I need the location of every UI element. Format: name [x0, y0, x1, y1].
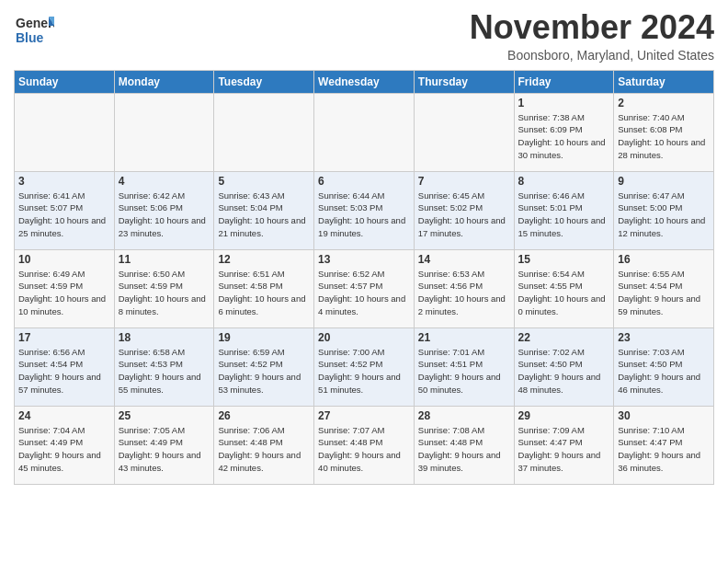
day-number: 21 — [418, 331, 510, 344]
table-row — [314, 93, 415, 171]
day-info: Sunrise: 6:44 AMSunset: 5:03 PMDaylight:… — [318, 190, 410, 240]
table-row: 18Sunrise: 6:58 AMSunset: 4:53 PMDayligh… — [114, 327, 214, 406]
day-info: Sunrise: 6:41 AMSunset: 5:07 PMDaylight:… — [18, 190, 110, 240]
table-row: 28Sunrise: 7:08 AMSunset: 4:48 PMDayligh… — [414, 406, 514, 484]
day-info: Sunrise: 6:59 AMSunset: 4:52 PMDaylight:… — [218, 346, 310, 396]
day-number: 26 — [218, 409, 310, 422]
day-number: 1 — [518, 97, 610, 109]
calendar-header-row: Sunday Monday Tuesday Wednesday Thursday… — [15, 70, 714, 93]
table-row: 1Sunrise: 7:38 AMSunset: 6:09 PMDaylight… — [514, 93, 614, 171]
table-row: 14Sunrise: 6:53 AMSunset: 4:56 PMDayligh… — [414, 249, 514, 327]
calendar-week-row: 24Sunrise: 7:04 AMSunset: 4:49 PMDayligh… — [15, 406, 714, 484]
day-info: Sunrise: 7:06 AMSunset: 4:48 PMDaylight:… — [218, 424, 310, 475]
header: General Blue November 2024 Boonsboro, Ma… — [14, 9, 714, 63]
day-number: 20 — [318, 331, 410, 344]
day-number: 9 — [618, 175, 710, 188]
table-row: 22Sunrise: 7:02 AMSunset: 4:50 PMDayligh… — [514, 327, 614, 406]
svg-text:Blue: Blue — [16, 30, 44, 45]
day-number: 24 — [18, 409, 110, 422]
day-info: Sunrise: 6:42 AMSunset: 5:06 PMDaylight:… — [119, 190, 210, 240]
table-row: 15Sunrise: 6:54 AMSunset: 4:55 PMDayligh… — [514, 249, 614, 327]
day-number: 8 — [518, 175, 610, 188]
calendar: Sunday Monday Tuesday Wednesday Thursday… — [14, 70, 714, 485]
day-number: 11 — [119, 253, 210, 266]
day-number: 4 — [119, 175, 210, 188]
day-info: Sunrise: 7:08 AMSunset: 4:48 PMDaylight:… — [418, 424, 510, 475]
logo: General Blue — [14, 9, 54, 53]
day-number: 18 — [119, 331, 210, 344]
day-info: Sunrise: 6:45 AMSunset: 5:02 PMDaylight:… — [418, 190, 510, 240]
day-info: Sunrise: 7:05 AMSunset: 4:49 PMDaylight:… — [119, 424, 210, 475]
day-info: Sunrise: 7:01 AMSunset: 4:51 PMDaylight:… — [418, 346, 510, 396]
title-block: November 2024 Boonsboro, Maryland, Unite… — [470, 9, 714, 63]
table-row: 23Sunrise: 7:03 AMSunset: 4:50 PMDayligh… — [614, 327, 714, 406]
table-row: 29Sunrise: 7:09 AMSunset: 4:47 PMDayligh… — [514, 406, 614, 484]
header-sunday: Sunday — [15, 70, 115, 93]
day-info: Sunrise: 7:03 AMSunset: 4:50 PMDaylight:… — [618, 346, 710, 396]
day-info: Sunrise: 6:52 AMSunset: 4:57 PMDaylight:… — [318, 268, 410, 318]
location: Boonsboro, Maryland, United States — [470, 48, 714, 63]
day-info: Sunrise: 6:54 AMSunset: 4:55 PMDaylight:… — [518, 268, 610, 318]
day-info: Sunrise: 7:10 AMSunset: 4:47 PMDaylight:… — [618, 424, 710, 475]
table-row: 12Sunrise: 6:51 AMSunset: 4:58 PMDayligh… — [214, 249, 314, 327]
table-row: 8Sunrise: 6:46 AMSunset: 5:01 PMDaylight… — [514, 171, 614, 249]
calendar-week-row: 3Sunrise: 6:41 AMSunset: 5:07 PMDaylight… — [15, 171, 714, 249]
day-info: Sunrise: 7:04 AMSunset: 4:49 PMDaylight:… — [18, 424, 110, 475]
table-row — [15, 93, 115, 171]
logo-icon: General Blue — [14, 9, 54, 50]
header-wednesday: Wednesday — [314, 70, 415, 93]
day-info: Sunrise: 7:00 AMSunset: 4:52 PMDaylight:… — [318, 346, 410, 396]
day-number: 27 — [318, 409, 410, 422]
day-info: Sunrise: 6:46 AMSunset: 5:01 PMDaylight:… — [518, 190, 610, 240]
day-info: Sunrise: 6:47 AMSunset: 5:00 PMDaylight:… — [618, 190, 710, 240]
table-row: 27Sunrise: 7:07 AMSunset: 4:48 PMDayligh… — [314, 406, 415, 484]
svg-text:General: General — [16, 16, 54, 30]
day-number: 16 — [618, 253, 710, 266]
day-info: Sunrise: 7:40 AMSunset: 6:08 PMDaylight:… — [618, 111, 710, 162]
table-row: 6Sunrise: 6:44 AMSunset: 5:03 PMDaylight… — [314, 171, 415, 249]
table-row: 21Sunrise: 7:01 AMSunset: 4:51 PMDayligh… — [414, 327, 514, 406]
header-tuesday: Tuesday — [214, 70, 314, 93]
day-number: 13 — [318, 253, 410, 266]
day-number: 5 — [218, 175, 310, 188]
table-row: 25Sunrise: 7:05 AMSunset: 4:49 PMDayligh… — [114, 406, 214, 484]
day-info: Sunrise: 6:58 AMSunset: 4:53 PMDaylight:… — [119, 346, 210, 396]
table-row: 19Sunrise: 6:59 AMSunset: 4:52 PMDayligh… — [214, 327, 314, 406]
day-info: Sunrise: 6:55 AMSunset: 4:54 PMDaylight:… — [618, 268, 710, 318]
day-number: 15 — [518, 253, 610, 266]
table-row — [114, 93, 214, 171]
day-number: 14 — [418, 253, 510, 266]
table-row: 3Sunrise: 6:41 AMSunset: 5:07 PMDaylight… — [15, 171, 115, 249]
table-row: 26Sunrise: 7:06 AMSunset: 4:48 PMDayligh… — [214, 406, 314, 484]
calendar-week-row: 1Sunrise: 7:38 AMSunset: 6:09 PMDaylight… — [15, 93, 714, 171]
table-row: 10Sunrise: 6:49 AMSunset: 4:59 PMDayligh… — [15, 249, 115, 327]
day-info: Sunrise: 6:53 AMSunset: 4:56 PMDaylight:… — [418, 268, 510, 318]
table-row — [414, 93, 514, 171]
table-row: 24Sunrise: 7:04 AMSunset: 4:49 PMDayligh… — [15, 406, 115, 484]
table-row — [214, 93, 314, 171]
table-row: 16Sunrise: 6:55 AMSunset: 4:54 PMDayligh… — [614, 249, 714, 327]
day-info: Sunrise: 6:56 AMSunset: 4:54 PMDaylight:… — [18, 346, 110, 396]
day-number: 3 — [18, 175, 110, 188]
day-number: 10 — [18, 253, 110, 266]
table-row: 7Sunrise: 6:45 AMSunset: 5:02 PMDaylight… — [414, 171, 514, 249]
table-row: 17Sunrise: 6:56 AMSunset: 4:54 PMDayligh… — [15, 327, 115, 406]
day-info: Sunrise: 6:51 AMSunset: 4:58 PMDaylight:… — [218, 268, 310, 318]
day-info: Sunrise: 7:09 AMSunset: 4:47 PMDaylight:… — [518, 424, 610, 475]
day-number: 25 — [119, 409, 210, 422]
day-number: 28 — [418, 409, 510, 422]
header-saturday: Saturday — [614, 70, 714, 93]
table-row: 13Sunrise: 6:52 AMSunset: 4:57 PMDayligh… — [314, 249, 415, 327]
day-number: 29 — [518, 409, 610, 422]
day-number: 22 — [518, 331, 610, 344]
day-info: Sunrise: 7:38 AMSunset: 6:09 PMDaylight:… — [518, 111, 610, 162]
table-row: 20Sunrise: 7:00 AMSunset: 4:52 PMDayligh… — [314, 327, 415, 406]
day-number: 17 — [18, 331, 110, 344]
header-thursday: Thursday — [414, 70, 514, 93]
day-number: 12 — [218, 253, 310, 266]
day-number: 19 — [218, 331, 310, 344]
day-number: 6 — [318, 175, 410, 188]
header-friday: Friday — [514, 70, 614, 93]
day-info: Sunrise: 6:43 AMSunset: 5:04 PMDaylight:… — [218, 190, 310, 240]
day-info: Sunrise: 6:50 AMSunset: 4:59 PMDaylight:… — [119, 268, 210, 318]
